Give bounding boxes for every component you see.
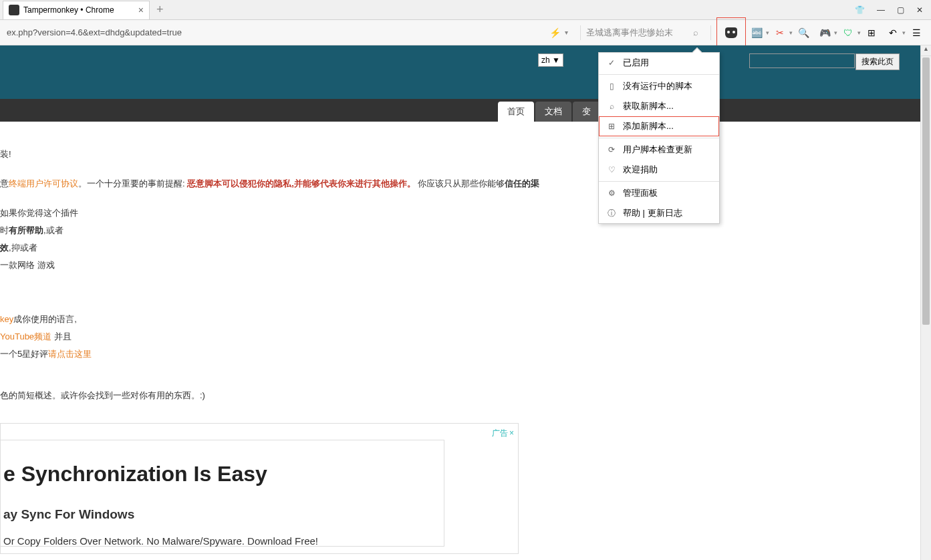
ad-title[interactable]: e Synchronization Is Easy [1, 456, 518, 492]
popup-dashboard[interactable]: ⚙管理面板 [599, 183, 719, 203]
search-hint[interactable]: 圣城逃离事件悲惨始末 [586, 27, 693, 39]
tab-favicon [9, 5, 19, 15]
browser-tab[interactable]: Tampermonkey • Chrome × [3, 1, 150, 19]
refresh-icon: ⟳ [606, 145, 618, 154]
chevron-down-icon[interactable]: ▾ [565, 29, 568, 36]
rate-link[interactable]: 请点击这里 [48, 349, 92, 359]
ad-container: 广告× e Synchronization Is Easy ay Sync Fo… [0, 423, 519, 554]
youtube-link[interactable]: YouTube频道 [0, 331, 51, 341]
heart-icon: ♡ [606, 165, 618, 174]
gamepad-icon[interactable]: 🎮 [817, 25, 833, 41]
vertical-scrollbar[interactable]: ▲ [920, 45, 931, 560]
translate-icon[interactable]: 🔤 [749, 25, 765, 41]
ad-close-icon[interactable]: × [509, 428, 514, 438]
language-select[interactable]: zh ▼ [538, 53, 563, 67]
popup-enabled[interactable]: ✓已启用 [599, 53, 719, 73]
popup-donate[interactable]: ♡欢迎捐助 [599, 160, 719, 180]
titlebar: Tampermonkey • Chrome × + 👕 — ▢ ✕ [0, 0, 931, 20]
text-line: key成你使用的语言, [0, 312, 931, 327]
ad-description: Or Copy Folders Over Network. No Malware… [1, 533, 518, 550]
tab-changelog[interactable]: 变 [573, 102, 600, 122]
shield-icon[interactable]: 🛡 [840, 25, 856, 41]
new-tab-button[interactable]: + [156, 3, 164, 17]
tab-home[interactable]: 首页 [498, 102, 534, 122]
popup-help[interactable]: ⓘ帮助 | 更新日志 [599, 203, 719, 223]
search-icon[interactable]: ⌕ [693, 27, 698, 37]
page-search-input[interactable] [749, 53, 855, 68]
doc-icon: ▯ [606, 82, 618, 91]
ad-label: 广告× [492, 426, 514, 440]
tshirt-icon[interactable]: 👕 [855, 5, 865, 15]
check-icon: ✓ [606, 58, 618, 67]
page-banner: zh ▼ 搜索此页 [0, 45, 931, 99]
text-line: 一个5星好评请点击这里 [0, 347, 931, 362]
tab-docs[interactable]: 文档 [535, 102, 571, 122]
text-line: 如果你觉得这个插件 [0, 206, 931, 221]
popup-no-scripts[interactable]: ▯没有运行中的脚本 [599, 76, 719, 96]
window-controls: 👕 — ▢ ✕ [855, 5, 931, 15]
undo-icon[interactable]: ↶ [885, 25, 901, 41]
search-icon: ⌕ [606, 102, 618, 111]
page-content: 装! 意终端用户许可协议。一个十分重要的事前提醒: 恶意脚本可以侵犯你的隐私,并… [0, 122, 931, 554]
text-line: 时有所帮助,或者 [0, 223, 931, 238]
page-search-button[interactable]: 搜索此页 [855, 53, 900, 70]
info-icon: ⓘ [606, 208, 618, 219]
tampermonkey-button[interactable] [716, 17, 746, 48]
text-line: 一款网络 游戏 [0, 258, 931, 273]
text-line: 意终端用户许可协议。一个十分重要的事前提醒: 恶意脚本可以侵犯你的隐私,并能够代… [0, 176, 931, 191]
popup-add-script[interactable]: ⊞添加新脚本... [599, 116, 719, 136]
text-line: 色的简短概述。或许你会找到一些对你有用的东西。:) [0, 388, 931, 403]
tab-close-icon[interactable]: × [138, 5, 144, 15]
gear-icon: ⚙ [606, 188, 618, 198]
url-text[interactable]: ex.php?version=4.6&ext=dhdg&updated=true [4, 27, 182, 37]
address-bar: ex.php?version=4.6&ext=dhdg&updated=true… [0, 20, 931, 45]
eula-link[interactable]: 终端用户许可协议 [9, 178, 78, 188]
grid-icon[interactable]: ⊞ [863, 25, 880, 41]
ad-subtitle: ay Sync For Windows [1, 504, 518, 525]
popup-get-scripts[interactable]: ⌕获取新脚本... [599, 96, 719, 116]
scroll-thumb[interactable] [922, 57, 930, 325]
plus-icon: ⊞ [606, 122, 618, 131]
nav-tabs: 首页 文档 变 [0, 99, 931, 122]
close-window-button[interactable]: ✕ [916, 5, 923, 15]
text-line: YouTube频道 并且 [0, 329, 931, 344]
zoom-icon[interactable]: 🔍 [795, 25, 811, 41]
bolt-icon[interactable]: ⚡ [549, 27, 561, 38]
scroll-up-icon[interactable]: ▲ [921, 45, 931, 56]
extension-popup: ✓已启用 ▯没有运行中的脚本 ⌕获取新脚本... ⊞添加新脚本... ⟳用户脚本… [598, 52, 720, 224]
popup-check-update[interactable]: ⟳用户脚本检查更新 [599, 140, 719, 160]
text-line: 装! [0, 147, 931, 162]
text-line: 效,抑或者 [0, 241, 931, 255]
minimize-button[interactable]: — [877, 5, 885, 15]
scissors-icon[interactable]: ✂ [772, 25, 788, 41]
maximize-button[interactable]: ▢ [897, 5, 904, 15]
menu-icon[interactable]: ☰ [908, 25, 924, 41]
tab-title: Tampermonkey • Chrome [23, 5, 114, 15]
